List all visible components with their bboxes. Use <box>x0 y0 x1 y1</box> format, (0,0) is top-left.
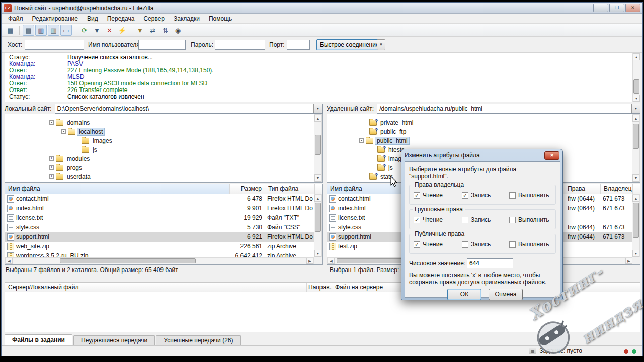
local-file-row-5[interactable]: web_site.zip226 561zip Archive <box>5 242 314 251</box>
local-tree-item-6[interactable]: +userdata <box>49 172 92 181</box>
scroll-up-icon[interactable]: ▲ <box>314 115 321 122</box>
site-manager-icon[interactable]: ▦ <box>5 25 16 36</box>
directory-filter-icon[interactable]: ▼ <box>134 25 146 36</box>
directory-compare-icon[interactable]: ⇄ <box>147 25 158 36</box>
menu-item-1[interactable]: Редактирование <box>28 14 83 23</box>
username-input[interactable] <box>138 40 186 50</box>
title-bar[interactable]: FZ Новый сайт - uspehiud@uspehiudacha.ru… <box>2 3 642 14</box>
remote-path-combo[interactable]: /domains/uspehiudacha.ru/public_html ▼ <box>377 104 640 114</box>
toggle-remote-tree-icon[interactable]: ▥ <box>48 25 59 36</box>
scroll-up-icon[interactable]: ▲ <box>632 115 639 122</box>
scrollbar-thumb[interactable] <box>633 79 639 94</box>
checkbox-2-1[interactable]: Запись <box>462 241 509 248</box>
checkbox-icon[interactable] <box>509 217 516 223</box>
menu-item-2[interactable]: Вид <box>83 14 103 23</box>
scrollbar-thumb[interactable] <box>315 135 321 155</box>
scrollbar-thumb[interactable] <box>60 258 196 263</box>
checkbox-icon[interactable]: ✓ <box>462 192 468 199</box>
scroll-up-icon[interactable]: ▲ <box>314 195 321 202</box>
local-tree[interactable]: -domains-localhostimagesjs+modules+progs… <box>5 114 314 182</box>
tree-expander-plus-icon[interactable]: + <box>49 156 54 161</box>
scroll-left-icon[interactable]: ◀ <box>6 258 13 264</box>
local-list-vscrollbar[interactable]: ▲ ▼ <box>314 194 322 257</box>
dialog-title-bar[interactable]: Изменить атрибуты файла ✕ <box>401 149 562 161</box>
ok-button[interactable]: ОК <box>447 289 481 300</box>
queue-tab-1[interactable]: Неудавшиеся передачи <box>73 335 155 345</box>
toggle-local-tree-icon[interactable]: ▥ <box>35 25 47 36</box>
minimize-button[interactable]: — <box>593 4 608 12</box>
checkbox-2-0[interactable]: ✓Чтение <box>414 241 462 248</box>
local-file-row-1[interactable]: index.html9 901Firefox HTML Do... <box>5 204 314 213</box>
remote-tree-item-0[interactable]: private_html <box>369 118 415 127</box>
tree-expander-minus-icon[interactable]: - <box>61 129 66 134</box>
local-file-row-4[interactable]: support.html6 921Firefox HTML Do... <box>5 232 314 242</box>
remote-tree-item-1[interactable]: public_ftp <box>369 127 408 136</box>
column-header-type[interactable]: Тип файла <box>265 184 315 194</box>
menu-item-0[interactable]: Файл <box>4 14 28 23</box>
quickconnect-dropdown-button[interactable]: ▼ <box>377 39 385 50</box>
checkbox-1-0[interactable]: ✓Чтение <box>414 216 462 223</box>
local-tree-item-3[interactable]: js <box>82 145 99 154</box>
log-scrollbar[interactable]: ▲ ▼ <box>632 53 640 102</box>
column-header-name[interactable]: Имя файла <box>5 184 230 194</box>
checkbox-icon[interactable] <box>509 192 516 199</box>
local-tree-item-5[interactable]: +progs <box>49 163 84 172</box>
local-path-combo[interactable]: D:\OpenServer\domains\localhost\ ▼ <box>55 104 323 114</box>
dialog-close-button[interactable]: ✕ <box>544 151 559 160</box>
scroll-up-icon[interactable]: ▲ <box>633 53 640 60</box>
scrollbar-thumb[interactable] <box>315 203 321 232</box>
queue-column-direction[interactable]: Направ... <box>307 283 332 293</box>
local-file-row-6[interactable]: wordpress-3.5.2-ru_RU.zip6 642 412zip Ar… <box>5 251 314 257</box>
scroll-down-icon[interactable]: ▼ <box>633 95 640 102</box>
message-log[interactable]: Статус:Получение списка каталогов...Кома… <box>5 53 640 102</box>
checkbox-icon[interactable]: ✓ <box>414 241 420 248</box>
local-file-row-2[interactable]: license.txt19 929Файл "TXT" <box>5 213 314 223</box>
checkbox-0-2[interactable]: Выполнить <box>509 192 549 199</box>
scroll-down-icon[interactable]: ▼ <box>314 174 321 182</box>
checkbox-icon[interactable] <box>462 217 468 223</box>
chevron-down-icon[interactable]: ▼ <box>313 104 322 113</box>
queue-column-local-file[interactable]: Сервер/Локальный файл <box>5 283 307 293</box>
remote-tree-item-2[interactable]: -public_html <box>359 136 409 145</box>
quickconnect-button[interactable]: Быстрое соединение <box>316 39 383 50</box>
toggle-queue-icon[interactable]: ▭ <box>60 25 72 36</box>
local-tree-scrollbar[interactable]: ▲ ▼ <box>314 114 322 182</box>
scroll-down-icon[interactable]: ▼ <box>632 250 639 257</box>
close-button[interactable]: ✕ <box>625 4 640 12</box>
numeric-value-input[interactable] <box>467 258 513 268</box>
scroll-right-icon[interactable]: ▶ <box>306 258 313 264</box>
host-input[interactable] <box>25 40 84 50</box>
remote-tree-scrollbar[interactable]: ▲ ▼ <box>632 114 640 182</box>
toggle-log-icon[interactable]: ▤ <box>23 25 34 36</box>
local-file-row-3[interactable]: style.css5 730Файл "CSS" <box>5 223 314 232</box>
checkbox-icon[interactable] <box>462 241 468 248</box>
checkbox-icon[interactable]: ✓ <box>414 217 420 223</box>
disconnect-icon[interactable]: ⚡ <box>116 25 128 36</box>
checkbox-0-1[interactable]: ✓Запись <box>462 192 509 199</box>
column-header-size[interactable]: Размер <box>230 184 265 194</box>
scroll-up-icon[interactable]: ▲ <box>632 195 639 202</box>
local-file-row-0[interactable]: contact.html6 478Firefox HTML Do... <box>5 194 314 204</box>
scrollbar-thumb[interactable] <box>633 124 639 149</box>
checkbox-icon[interactable]: ✓ <box>414 192 420 199</box>
tree-expander-minus-icon[interactable]: - <box>49 120 54 125</box>
checkbox-icon[interactable] <box>509 241 516 248</box>
queue-tab-0[interactable]: Файлы в задании <box>5 334 72 345</box>
tree-expander-minus-icon[interactable]: - <box>359 138 364 143</box>
chevron-down-icon[interactable]: ▼ <box>631 104 640 113</box>
cancel-icon[interactable]: ✕ <box>104 25 115 36</box>
checkbox-2-2[interactable]: Выполнить <box>509 241 549 248</box>
remote-tree-item-5[interactable]: js <box>377 163 394 172</box>
local-list-hscrollbar[interactable]: ◀ ▶ <box>5 257 314 264</box>
local-tree-item-2[interactable]: images <box>82 136 114 145</box>
menu-item-5[interactable]: Закладки <box>169 14 204 23</box>
checkbox-1-1[interactable]: Запись <box>462 216 509 223</box>
cancel-button[interactable]: Отмена <box>489 289 523 300</box>
tree-expander-plus-icon[interactable]: + <box>49 165 54 170</box>
refresh-icon[interactable]: ⟳ <box>78 25 90 36</box>
checkbox-0-0[interactable]: ✓Чтение <box>414 192 462 199</box>
maximize-button[interactable]: ❐ <box>609 4 624 12</box>
checkbox-1-2[interactable]: Выполнить <box>509 216 549 223</box>
synchronized-browsing-icon[interactable]: ⇅ <box>159 25 171 36</box>
menu-item-3[interactable]: Передача <box>103 14 139 23</box>
